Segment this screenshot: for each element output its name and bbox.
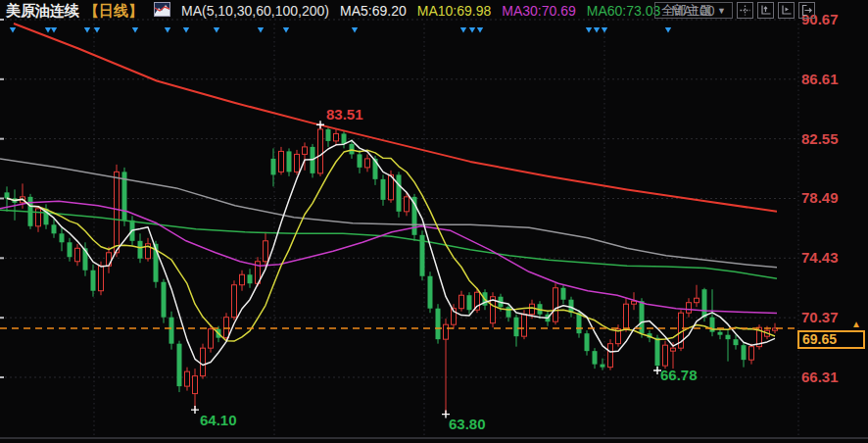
candle-body[interactable]: [52, 224, 57, 233]
event-marker-icon[interactable]: [469, 27, 475, 33]
axis-scale-up-icon[interactable]: [757, 2, 774, 19]
candle-body[interactable]: [240, 274, 245, 284]
candle-body[interactable]: [702, 289, 707, 317]
candle-body[interactable]: [326, 129, 331, 141]
candle-body[interactable]: [358, 154, 362, 167]
candle-body[interactable]: [177, 344, 182, 386]
move-crosshair-icon[interactable]: [737, 2, 753, 19]
candle-body[interactable]: [554, 288, 558, 321]
candle-body[interactable]: [248, 274, 253, 283]
candle-body[interactable]: [193, 376, 198, 394]
candle-body[interactable]: [138, 241, 143, 259]
event-marker-icon[interactable]: [477, 27, 483, 33]
candle-body[interactable]: [561, 288, 566, 300]
candle-body[interactable]: [209, 329, 214, 348]
candle-body[interactable]: [405, 197, 410, 212]
event-marker-icon[interactable]: [45, 27, 51, 33]
candle-body[interactable]: [271, 159, 276, 174]
candle-body[interactable]: [107, 253, 112, 266]
candle-body[interactable]: [169, 318, 174, 344]
candle-body[interactable]: [115, 172, 120, 252]
candle-body[interactable]: [608, 344, 613, 368]
candle-body[interactable]: [397, 174, 402, 211]
candle-body[interactable]: [624, 304, 629, 328]
candle-body[interactable]: [687, 303, 692, 313]
candle-body[interactable]: [232, 285, 237, 318]
event-marker-icon[interactable]: [283, 27, 289, 33]
candle-body[interactable]: [577, 313, 582, 333]
axis-play-icon[interactable]: [778, 2, 795, 19]
candle-body[interactable]: [671, 348, 676, 351]
candle-body[interactable]: [60, 233, 65, 242]
candle-body[interactable]: [279, 151, 284, 172]
mini-candlestick-chart-icon[interactable]: [154, 2, 170, 20]
candle-body[interactable]: [530, 304, 535, 314]
candle-body[interactable]: [695, 298, 699, 302]
candle-body[interactable]: [436, 309, 441, 339]
candle-body[interactable]: [295, 154, 300, 172]
event-marker-icon[interactable]: [665, 27, 671, 33]
ma30-value: MA30:70.69: [502, 3, 576, 19]
period-label: 【日线】: [84, 2, 143, 21]
candlestick-chart[interactable]: [0, 0, 868, 443]
candle-body[interactable]: [428, 276, 433, 309]
candle-body[interactable]: [663, 345, 668, 366]
candle-body[interactable]: [514, 318, 519, 336]
event-marker-icon[interactable]: [84, 27, 90, 33]
candle-body[interactable]: [350, 144, 355, 154]
candle-body[interactable]: [303, 147, 308, 154]
candle-body[interactable]: [75, 248, 80, 261]
candle-body[interactable]: [365, 159, 370, 168]
candle-body[interactable]: [342, 133, 347, 143]
candle-body[interactable]: [334, 133, 339, 140]
event-marker-icon[interactable]: [51, 27, 57, 33]
candle-body[interactable]: [68, 242, 72, 257]
candle-body[interactable]: [287, 151, 292, 172]
exit-pane-icon[interactable]: [798, 2, 815, 19]
candle-body[interactable]: [506, 307, 511, 317]
event-marker-icon[interactable]: [214, 27, 219, 33]
candle-body[interactable]: [467, 295, 472, 310]
candle-body[interactable]: [734, 339, 739, 345]
candle-body[interactable]: [593, 351, 598, 364]
candle-body[interactable]: [749, 347, 754, 360]
theme-dropdown-label: 全部主题: [661, 2, 712, 20]
candle-body[interactable]: [632, 301, 637, 304]
candle-body[interactable]: [99, 266, 104, 290]
candle-body[interactable]: [91, 271, 96, 291]
candle-body[interactable]: [718, 332, 723, 335]
theme-dropdown-button[interactable]: 全部主题 ▼: [654, 2, 733, 19]
candle-body[interactable]: [201, 348, 206, 375]
candle-body[interactable]: [318, 129, 323, 173]
candle-body[interactable]: [601, 365, 605, 368]
candle-body[interactable]: [585, 333, 590, 351]
event-marker-icon[interactable]: [586, 27, 592, 33]
candle-body[interactable]: [655, 338, 660, 366]
event-marker-icon[interactable]: [352, 27, 358, 33]
event-marker-icon[interactable]: [165, 27, 170, 33]
candle-body[interactable]: [726, 335, 731, 339]
candle-body[interactable]: [742, 345, 747, 360]
event-marker-icon[interactable]: [94, 27, 100, 33]
event-marker-icon[interactable]: [594, 27, 600, 33]
candle-body[interactable]: [185, 371, 190, 386]
candle-body[interactable]: [444, 324, 449, 339]
candle-body[interactable]: [162, 282, 167, 318]
candle-body[interactable]: [264, 241, 268, 262]
instrument-title: 美原油连续: [6, 2, 79, 21]
candle-body[interactable]: [381, 179, 386, 200]
ma10-value: MA10:69.98: [417, 3, 492, 19]
candle-body[interactable]: [522, 315, 527, 336]
extreme-cross-marker: [316, 121, 324, 128]
ma-settings-label: MA(5,10,30,60,100,200): [181, 3, 329, 19]
event-marker-icon[interactable]: [10, 27, 16, 33]
event-marker-icon[interactable]: [258, 27, 264, 33]
chevron-down-icon: ▼: [717, 6, 726, 16]
event-marker-icon[interactable]: [183, 27, 189, 33]
candle-body[interactable]: [5, 192, 10, 198]
candle-body[interactable]: [459, 295, 464, 308]
candle-body[interactable]: [36, 209, 41, 226]
event-marker-icon[interactable]: [602, 27, 607, 33]
event-marker-icon[interactable]: [132, 27, 138, 33]
event-marker-icon[interactable]: [460, 27, 466, 33]
